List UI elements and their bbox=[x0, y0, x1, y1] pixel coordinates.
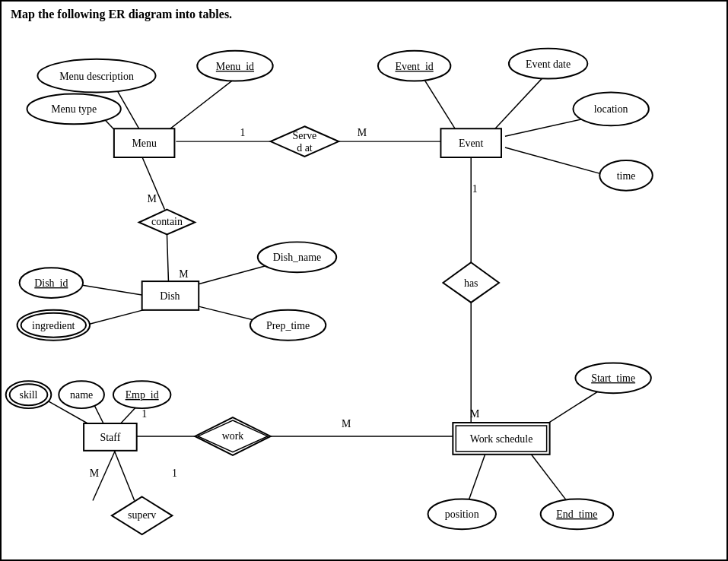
attr-dish-id: Dish_id bbox=[34, 277, 68, 289]
attr-menu-id: Menu_id bbox=[216, 61, 254, 72]
card-m-contain-dish: M bbox=[179, 268, 188, 280]
card-1-event-has: 1 bbox=[472, 183, 478, 195]
entity-work-schedule-label: Work schedule bbox=[470, 433, 533, 445]
card-1-menu-served: 1 bbox=[240, 127, 245, 138]
attr-name: name bbox=[70, 389, 93, 401]
relation-contain-label: contain bbox=[151, 216, 183, 227]
attr-menu-desc: Menu description bbox=[59, 71, 134, 82]
svg-line-5 bbox=[422, 76, 456, 131]
svg-line-6 bbox=[494, 74, 547, 131]
relation-served-at-label2: d at bbox=[297, 142, 313, 154]
attr-prep-time: Prep_time bbox=[266, 320, 310, 331]
page: Map the following ER diagram into tables… bbox=[0, 0, 728, 561]
attr-event-id: Event_id bbox=[396, 61, 434, 72]
card-1-superv: 1 bbox=[172, 468, 177, 479]
relation-work-label: work bbox=[222, 430, 244, 442]
attr-end-time: End_time bbox=[556, 509, 597, 520]
card-m-menu-contain: M bbox=[147, 193, 156, 204]
entity-menu-label: Menu bbox=[132, 138, 156, 149]
card-1-staff-work: 1 bbox=[141, 408, 147, 420]
card-m-superv: M bbox=[90, 468, 99, 479]
card-m-has-ws: M bbox=[470, 408, 479, 420]
er-diagram: Menu Event Dish Staff Work schedule Serv… bbox=[2, 24, 726, 559]
attr-ingredient: ingredient bbox=[32, 320, 75, 331]
card-m-work-ws: M bbox=[342, 418, 351, 429]
page-title: Map the following ER diagram into tables… bbox=[2, 2, 726, 27]
attr-start-time: Start_time bbox=[591, 372, 635, 384]
attr-position: position bbox=[445, 509, 479, 520]
entity-dish-label: Dish bbox=[160, 290, 180, 302]
attr-location: location bbox=[594, 103, 628, 115]
relation-has-label: has bbox=[464, 277, 478, 289]
attr-dish-name: Dish_name bbox=[273, 252, 321, 263]
entity-event-label: Event bbox=[459, 138, 484, 149]
relation-served-at-label: Serve bbox=[293, 130, 317, 141]
svg-line-10 bbox=[167, 234, 168, 281]
attr-time: time bbox=[617, 170, 636, 182]
svg-line-8 bbox=[505, 147, 607, 176]
relation-superv-label: superv bbox=[128, 509, 156, 521]
attr-skill: skill bbox=[20, 389, 38, 401]
svg-line-2 bbox=[168, 78, 236, 131]
card-m-served-event: M bbox=[358, 127, 367, 138]
attr-event-date: Event date bbox=[526, 59, 571, 70]
entity-staff-label: Staff bbox=[100, 432, 121, 443]
svg-line-23 bbox=[467, 452, 486, 505]
attr-emp-id: Emp_id bbox=[126, 389, 159, 401]
svg-line-11 bbox=[81, 285, 151, 296]
svg-line-25 bbox=[114, 450, 135, 501]
svg-line-24 bbox=[528, 450, 570, 505]
attr-menu-type: Menu type bbox=[51, 103, 97, 115]
